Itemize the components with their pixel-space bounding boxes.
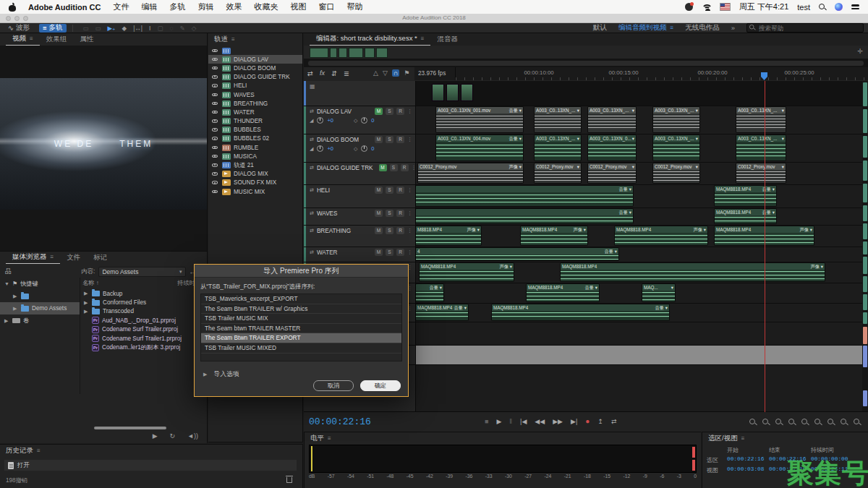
menu-item[interactable]: 剪辑 [197, 1, 213, 12]
audio-clip[interactable]: C0012_Proxy.mov▾ [736, 163, 786, 183]
arm-button[interactable]: R [396, 136, 404, 143]
play-button[interactable]: ▶ [496, 418, 501, 425]
audio-clip[interactable]: MAQM8818.MP4音量 ▾ [715, 186, 776, 206]
audio-clip[interactable]: A003_C0..13XN_...▾ [535, 135, 581, 160]
history-entry[interactable]: 打开 [4, 460, 297, 471]
track-header[interactable]: ⇄WAVESMSR⋮ [304, 208, 416, 226]
clip-gain-label[interactable]: 音量 ▾ [584, 284, 597, 291]
visibility-eye-icon[interactable] [212, 179, 219, 186]
audio-clip[interactable]: MAQM8818.MP4音量 ▾ [527, 284, 599, 301]
minimize-window-button[interactable] [14, 16, 20, 21]
zoom-tool-button[interactable] [814, 419, 822, 426]
track-list-item[interactable]: DIALOG BOOM [208, 64, 302, 72]
audio-clip[interactable]: A003_C0..13XN_...▾ [535, 107, 581, 132]
mute-button[interactable]: M [375, 108, 383, 115]
preview-play-icon[interactable]: ▶ [153, 432, 158, 440]
track-options-icon[interactable]: ⋮ [407, 228, 412, 234]
tab-文件[interactable]: 文件 [60, 253, 87, 264]
solo-button[interactable]: S [386, 249, 393, 256]
track-lane[interactable] [416, 365, 862, 412]
audio-clip[interactable]: M8818.MP4声像 ▾ [416, 226, 481, 245]
zoom-tool-button[interactable] [827, 419, 835, 426]
media-tree-item[interactable]: ▶ [0, 290, 80, 302]
track-header[interactable]: ⇄BREATHINGMSR⋮ [304, 226, 416, 247]
panel-menu-icon[interactable]: ≡ [231, 36, 235, 43]
solo-button[interactable]: S [386, 187, 393, 194]
selection-time-value[interactable]: 00:00:03:08 [727, 466, 769, 474]
track-header[interactable]: ⇄DIALOG LAVMSR⋮◢+0◇0 [304, 106, 416, 134]
media-file-row[interactable]: ▶Backup [81, 289, 205, 298]
track-lane[interactable]: M8818.MP4声像 ▾MAQM8818.MP4声像 ▾MAQM8818.MP… [416, 226, 862, 247]
clip-gain-label[interactable]: 声像 ▾ [810, 263, 823, 270]
volume-value[interactable]: +0 [327, 145, 333, 152]
zoom-tool-button[interactable] [854, 419, 861, 426]
audio-clip[interactable]: C0012_Proxy.mov▾ [588, 163, 636, 183]
clip-gain-label[interactable]: ▾ [577, 163, 579, 170]
tree-chevron-icon[interactable]: ▶ [84, 300, 89, 306]
siri-icon[interactable] [835, 3, 843, 11]
clip-gain-label[interactable]: ▾ [671, 284, 673, 291]
cancel-button[interactable]: 取消 [313, 380, 354, 391]
media-file-row[interactable]: ▶Conformed Files [81, 298, 205, 307]
clip-gain-label[interactable]: 声像 ▾ [799, 226, 812, 233]
zoom-tool-button[interactable] [775, 419, 783, 426]
media-tree-item[interactable]: ▶卷 [0, 314, 80, 327]
timecode-display[interactable]: 00:00:22:16 [309, 416, 371, 427]
stop-button[interactable]: ■ [485, 418, 488, 425]
track-list-item[interactable]: 轨道 21 [208, 160, 302, 169]
close-window-button[interactable] [6, 16, 11, 21]
tree-chevron-icon[interactable]: ▶ [4, 318, 9, 324]
clip-gain-label[interactable]: 声像 ▾ [467, 226, 480, 233]
menu-item[interactable]: 编辑 [141, 1, 157, 12]
rewind-button[interactable]: ◀◀ [535, 418, 545, 425]
zoom-tool-button[interactable] [762, 419, 770, 426]
track-list-item[interactable]: BUBBLES [208, 126, 302, 134]
sequence-option[interactable]: TSB Trailer MUSIC MIX [201, 314, 401, 324]
media-tree-view-icon[interactable]: 品 [5, 267, 12, 276]
track-list-item[interactable]: WATER [208, 108, 302, 116]
control-center-icon[interactable] [851, 4, 859, 10]
track-options-icon[interactable]: ⋮ [407, 249, 412, 255]
track-options-icon[interactable]: ⋮ [407, 187, 412, 193]
clip-gain-label[interactable]: 音量 ▾ [429, 284, 442, 291]
audio-clip[interactable]: A003_C0..13XN_...▾ [736, 107, 786, 132]
track-header[interactable]: ⇄DIALOG BOOMMSR⋮◢+0◇0 [304, 134, 416, 163]
workspace-item[interactable]: 编辑音频到视频≡ [618, 23, 673, 33]
zoom-tool-button[interactable] [788, 419, 796, 426]
marquee-tool-icon[interactable]: ▢ [157, 25, 163, 32]
mute-button[interactable]: M [375, 210, 383, 217]
routing-icon[interactable]: ⇵ [331, 69, 337, 77]
workspace-menu-icon[interactable]: ≡ [671, 25, 674, 31]
pause-button[interactable]: ‖ [509, 418, 512, 425]
arm-button[interactable]: R [396, 187, 404, 194]
tab-视频[interactable]: 视频≡ [6, 34, 40, 46]
clip-gain-label[interactable]: ▾ [782, 135, 784, 142]
track-list-item[interactable]: MUSICA [208, 152, 302, 160]
clip-gain-label[interactable]: ▾ [782, 107, 784, 114]
arm-button[interactable]: R [396, 227, 404, 234]
track-list-item[interactable]: DIALOG LAV [208, 55, 302, 64]
export-button[interactable]: ↥ [597, 418, 603, 425]
tree-chevron-icon[interactable]: ▼ [4, 281, 9, 286]
vertical-scrollbar[interactable] [862, 81, 868, 412]
track-header[interactable]: ⇄HELIMSR⋮ [304, 185, 416, 208]
track-lane[interactable]: MAQM8818.MP4音量 ▾MAQM8818.MP4音量 ▾ [416, 304, 862, 322]
visibility-eye-icon[interactable] [212, 109, 219, 116]
clip-gain-label[interactable]: ▾ [782, 163, 784, 170]
track-list-item[interactable]: WAVES [208, 90, 302, 99]
razor-tool-icon[interactable]: ◆ [122, 25, 127, 32]
arm-button[interactable]: R [401, 164, 409, 171]
clip-gain-label[interactable]: ▾ [696, 163, 698, 170]
track-lane[interactable]: 4音量 ▾ [416, 247, 862, 262]
selection-time-value[interactable]: 00:00:22:16 [727, 456, 769, 464]
mute-button[interactable]: M [375, 227, 383, 234]
lasso-tool-icon[interactable]: ◌ [169, 25, 173, 32]
panel-menu-icon[interactable]: ≡ [741, 435, 745, 442]
sequence-option[interactable]: The Seam Btwn TRAILER EXPORT [201, 333, 401, 343]
arm-button[interactable]: R [396, 108, 404, 115]
track-lane[interactable] [416, 81, 862, 106]
recording-indicator-icon[interactable] [685, 3, 693, 11]
track-header[interactable]: ⇄WATERMSR⋮ [304, 247, 416, 262]
clip-gain-label[interactable]: 音量 ▾ [509, 107, 522, 114]
media-tree-item[interactable]: ▼⚑快捷键 [0, 278, 80, 290]
